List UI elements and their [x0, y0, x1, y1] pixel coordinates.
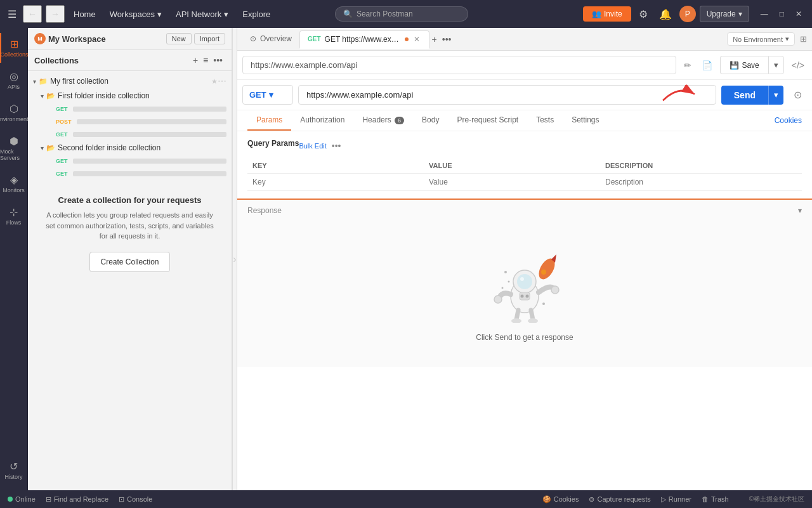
sidebar-item-mock-servers[interactable]: ⬢ Mock Servers: [0, 130, 27, 166]
invite-button[interactable]: 👥 Invite: [583, 6, 631, 22]
tab-overview[interactable]: ⊙ Overview: [242, 30, 299, 48]
request-url-input[interactable]: [298, 85, 716, 105]
topbar: ☰ ← → Home Workspaces ▾ API Network ▾ Ex…: [0, 0, 812, 28]
folder-second[interactable]: ▾ 📂 Second folder inside collection: [28, 141, 232, 155]
svg-point-17: [521, 295, 524, 298]
request-more-button[interactable]: ⊙: [789, 86, 807, 103]
flows-icon: ⊹: [10, 206, 18, 218]
trash-icon: 🗑: [702, 495, 709, 503]
api-network-nav[interactable]: API Network ▾: [171, 7, 233, 22]
sidebar-item-apis[interactable]: ◎ APIs: [0, 65, 27, 95]
collection-more-icon[interactable]: ⋯: [218, 76, 226, 86]
trash-button[interactable]: 🗑 Trash: [702, 495, 729, 503]
env-grid-button[interactable]: ⊞: [800, 34, 807, 44]
tab-request-get[interactable]: GET GET https://www.example.c ✕: [299, 30, 429, 49]
req-tab-headers[interactable]: Headers 6: [353, 110, 413, 131]
send-button[interactable]: Send: [721, 86, 768, 105]
request-item[interactable]: POST: [28, 115, 232, 128]
add-collection-button[interactable]: +: [190, 54, 200, 67]
cookies-status-button[interactable]: 🍪 Cookies: [542, 495, 579, 504]
tabs-env-row: ⊙ Overview GET GET https://www.example.c…: [237, 28, 812, 51]
edit-button[interactable]: ✏: [681, 58, 694, 73]
req-tab-params[interactable]: Params: [247, 110, 291, 131]
settings-icon-button[interactable]: ⚙: [635, 6, 652, 23]
notifications-icon-button[interactable]: 🔔: [655, 6, 676, 23]
create-collection-button[interactable]: Create Collection: [89, 252, 169, 272]
svg-point-14: [542, 303, 545, 305]
req-tab-tests[interactable]: Tests: [527, 110, 563, 131]
description-input[interactable]: [605, 178, 771, 186]
folder-first[interactable]: ▾ 📂 First folder inside collection: [28, 89, 232, 103]
request-item[interactable]: GET: [28, 167, 232, 180]
star-icon[interactable]: ★: [211, 77, 218, 86]
sidebar-item-monitors[interactable]: ◈ Monitors: [0, 169, 27, 199]
key-input[interactable]: [252, 178, 419, 186]
import-button[interactable]: Import: [194, 33, 225, 44]
online-status[interactable]: Online: [8, 495, 36, 503]
search-bar[interactable]: 🔍 Search Postman: [335, 6, 468, 22]
create-collection-promo: Create a collection for your requests A …: [33, 185, 226, 282]
tab-close-button[interactable]: ✕: [412, 35, 421, 44]
send-dropdown-button[interactable]: ▾: [768, 86, 783, 105]
panel-splitter[interactable]: [232, 28, 237, 490]
params-more-button[interactable]: •••: [332, 141, 341, 151]
home-nav[interactable]: Home: [69, 7, 101, 22]
documentation-button[interactable]: 📄: [699, 58, 715, 73]
upgrade-button[interactable]: Upgrade ▾: [700, 6, 749, 22]
value-input[interactable]: [429, 178, 595, 186]
folder-icon: 📂: [46, 92, 55, 100]
capture-requests-button[interactable]: ⊚ Capture requests: [589, 495, 650, 504]
mock-servers-label: Mock Servers: [0, 148, 27, 161]
more-tabs-button[interactable]: •••: [440, 33, 454, 46]
nav-back-button[interactable]: ←: [23, 5, 42, 23]
env-selector-area: No Environment ▾ ⊞: [722, 32, 812, 46]
cookies-link[interactable]: Cookies: [775, 116, 802, 125]
monitors-icon: ◈: [10, 174, 18, 186]
more-collections-button[interactable]: •••: [211, 54, 225, 67]
svg-point-13: [508, 281, 510, 283]
url-display-input[interactable]: [242, 56, 676, 74]
find-replace-button[interactable]: ⊟ Find and Replace: [46, 495, 108, 504]
env-selector[interactable]: No Environment ▾: [727, 32, 795, 46]
console-button[interactable]: ⊡ Console: [119, 495, 152, 504]
nav-forward-button[interactable]: →: [46, 5, 65, 23]
method-url-row: GET ▾ Send ▾ ⊙: [237, 80, 812, 110]
request-item[interactable]: GET: [28, 155, 232, 167]
sidebar-item-environments[interactable]: ⬡ Environments: [0, 98, 27, 127]
method-get-badge: GET: [53, 170, 70, 178]
svg-point-10: [511, 318, 521, 323]
req-tab-body[interactable]: Body: [413, 110, 448, 131]
save-dropdown-button[interactable]: ▾: [768, 56, 784, 74]
collection-my-first[interactable]: ▾ 📁 My first collection ★ ⋯: [28, 74, 232, 89]
avatar-button[interactable]: P: [679, 6, 696, 22]
request-item[interactable]: GET: [28, 128, 232, 141]
sidebar-item-collections[interactable]: ⊞ Collections: [0, 33, 27, 63]
runner-icon: ▷: [661, 495, 666, 504]
bulk-edit-button[interactable]: Bulk Edit: [299, 142, 326, 150]
workspaces-nav[interactable]: Workspaces ▾: [105, 7, 167, 22]
menu-icon[interactable]: ☰: [5, 6, 19, 23]
req-tab-pre-request-script[interactable]: Pre-request Script: [448, 110, 527, 131]
sidebar-item-flows[interactable]: ⊹ Flows: [0, 201, 27, 231]
req-tab-settings[interactable]: Settings: [563, 110, 608, 131]
request-item[interactable]: GET: [28, 103, 232, 115]
method-selector[interactable]: GET ▾: [242, 85, 293, 105]
minimize-button[interactable]: —: [756, 7, 773, 21]
restore-button[interactable]: □: [775, 7, 789, 21]
runner-button[interactable]: ▷ Runner: [661, 495, 691, 504]
close-button[interactable]: ✕: [790, 7, 807, 21]
apis-icon: ◎: [10, 70, 18, 82]
response-chevron-icon: ▾: [798, 206, 802, 215]
req-tab-authorization[interactable]: Authorization: [291, 110, 353, 131]
request-line: [73, 132, 226, 137]
statusbar-right: 🍪 Cookies ⊚ Capture requests ▷ Runner 🗑 …: [542, 495, 729, 504]
new-button[interactable]: New: [166, 33, 192, 44]
save-button[interactable]: 💾 Save: [720, 56, 768, 74]
new-tab-button[interactable]: +: [429, 33, 440, 46]
sidebar-item-history[interactable]: ↺ History: [0, 455, 27, 485]
response-header[interactable]: Response ▾: [237, 200, 812, 221]
code-view-button[interactable]: </>: [789, 58, 807, 73]
filter-collections-button[interactable]: ≡: [200, 54, 211, 67]
svg-point-6: [517, 274, 532, 289]
explore-nav[interactable]: Explore: [237, 7, 275, 22]
